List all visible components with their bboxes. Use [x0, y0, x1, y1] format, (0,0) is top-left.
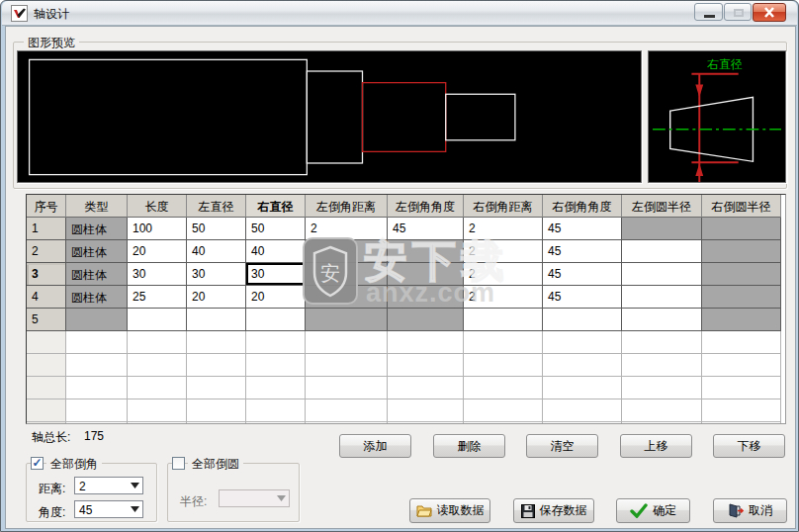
- table-cell[interactable]: [246, 399, 306, 422]
- table-cell[interactable]: [543, 377, 622, 399]
- table-cell[interactable]: [543, 399, 622, 422]
- read-data-button[interactable]: 读取数据: [409, 498, 490, 523]
- table-cell[interactable]: [27, 377, 66, 399]
- table-cell[interactable]: 30: [128, 263, 187, 286]
- table-cell[interactable]: [246, 331, 306, 354]
- table-cell[interactable]: [27, 399, 66, 422]
- table-cell[interactable]: [622, 286, 702, 309]
- table-cell[interactable]: [66, 399, 128, 422]
- table-cell[interactable]: [27, 354, 66, 377]
- table-cell[interactable]: [464, 399, 543, 422]
- table-cell[interactable]: [543, 422, 622, 424]
- cancel-button[interactable]: 取消: [713, 498, 787, 523]
- table-cell[interactable]: [622, 263, 702, 286]
- table-cell[interactable]: [622, 331, 702, 354]
- table-cell[interactable]: [246, 377, 306, 399]
- delete-button[interactable]: 删除: [433, 434, 505, 458]
- table-cell[interactable]: [622, 377, 702, 399]
- table-cell[interactable]: 1: [27, 218, 66, 240]
- table-cell[interactable]: 20: [128, 240, 187, 263]
- table-cell[interactable]: [187, 399, 246, 422]
- table-cell[interactable]: [27, 331, 66, 354]
- table-cell[interactable]: [388, 399, 464, 422]
- table-cell[interactable]: 2: [464, 263, 543, 286]
- table-cell[interactable]: 2: [306, 218, 388, 240]
- table-cell[interactable]: 5: [27, 309, 66, 331]
- table-cell[interactable]: [128, 331, 187, 354]
- move-up-button[interactable]: 上移: [620, 434, 692, 458]
- table-cell[interactable]: [622, 309, 702, 331]
- save-data-button[interactable]: 保存数据: [513, 498, 594, 523]
- table-cell[interactable]: [128, 309, 187, 331]
- table-cell[interactable]: [187, 309, 246, 331]
- table-cell[interactable]: [622, 354, 702, 377]
- move-down-button[interactable]: 下移: [713, 434, 785, 458]
- table-cell[interactable]: 2: [464, 286, 543, 309]
- table-cell[interactable]: 40: [187, 240, 246, 263]
- table-cell[interactable]: [464, 309, 543, 331]
- table-cell[interactable]: [187, 377, 246, 399]
- table-cell[interactable]: [388, 422, 464, 424]
- table-cell[interactable]: 3: [27, 263, 66, 286]
- table-cell[interactable]: [543, 331, 622, 354]
- column-header[interactable]: 长度: [128, 195, 187, 218]
- table-cell[interactable]: 45: [388, 218, 464, 240]
- table-cell[interactable]: 2: [27, 240, 66, 263]
- table-cell[interactable]: [543, 354, 622, 377]
- table-cell[interactable]: [128, 422, 187, 424]
- table-cell[interactable]: 40: [246, 240, 306, 263]
- table-cell[interactable]: 45: [543, 263, 622, 286]
- all-fillet-checkbox[interactable]: [172, 457, 185, 470]
- column-header[interactable]: 左倒角距离: [306, 195, 388, 218]
- table-cell[interactable]: [306, 422, 388, 424]
- maximize-button[interactable]: [724, 3, 752, 21]
- table-cell[interactable]: 45: [543, 240, 622, 263]
- add-button[interactable]: 添加: [339, 434, 411, 458]
- clear-button[interactable]: 清空: [526, 434, 598, 458]
- table-cell[interactable]: [306, 331, 388, 354]
- table-cell[interactable]: [464, 331, 543, 354]
- table-cell[interactable]: [187, 331, 246, 354]
- column-header[interactable]: 左倒圆半径: [622, 195, 702, 218]
- table-cell[interactable]: 45: [543, 218, 622, 240]
- chamfer-distance-combo[interactable]: 2: [74, 477, 143, 494]
- table-cell[interactable]: [622, 422, 702, 424]
- table-cell[interactable]: [388, 377, 464, 399]
- column-header[interactable]: 右直径: [246, 195, 306, 218]
- table-cell[interactable]: [306, 354, 388, 377]
- table-cell[interactable]: [388, 354, 464, 377]
- chamfer-angle-combo[interactable]: 45: [74, 500, 143, 518]
- table-cell[interactable]: [187, 354, 246, 377]
- table-cell[interactable]: 20: [246, 286, 306, 309]
- titlebar[interactable]: 轴设计: [2, 1, 797, 26]
- table-cell[interactable]: [388, 331, 464, 354]
- table-cell[interactable]: 2: [464, 240, 543, 263]
- table-cell[interactable]: [27, 422, 66, 424]
- table-cell[interactable]: [306, 377, 388, 399]
- table-cell[interactable]: [187, 422, 246, 424]
- table-cell[interactable]: [464, 377, 543, 399]
- table-cell[interactable]: 45: [543, 286, 622, 309]
- close-button[interactable]: [753, 3, 786, 22]
- table-cell[interactable]: 100: [128, 218, 187, 240]
- table-cell[interactable]: [702, 399, 781, 422]
- table-cell[interactable]: [702, 354, 781, 377]
- table-cell[interactable]: 25: [128, 286, 187, 309]
- column-header[interactable]: 类型: [66, 195, 128, 218]
- column-header[interactable]: 左倒角角度: [388, 195, 464, 218]
- table-cell[interactable]: 30: [187, 263, 246, 286]
- minimize-button[interactable]: [694, 3, 723, 21]
- table-cell[interactable]: [306, 399, 388, 422]
- table-cell[interactable]: [246, 354, 306, 377]
- table-cell[interactable]: [702, 377, 781, 399]
- all-chamfer-checkbox[interactable]: ✓: [31, 457, 44, 470]
- table-cell[interactable]: [128, 354, 187, 377]
- column-header[interactable]: 右倒角角度: [543, 195, 622, 218]
- ok-button[interactable]: 确定: [616, 498, 690, 523]
- column-header[interactable]: 左直径: [187, 195, 246, 218]
- table-cell[interactable]: [66, 422, 128, 424]
- table-cell[interactable]: 2: [464, 218, 543, 240]
- table-cell[interactable]: 20: [187, 286, 246, 309]
- table-cell[interactable]: [543, 309, 622, 331]
- table-cell[interactable]: [702, 422, 781, 424]
